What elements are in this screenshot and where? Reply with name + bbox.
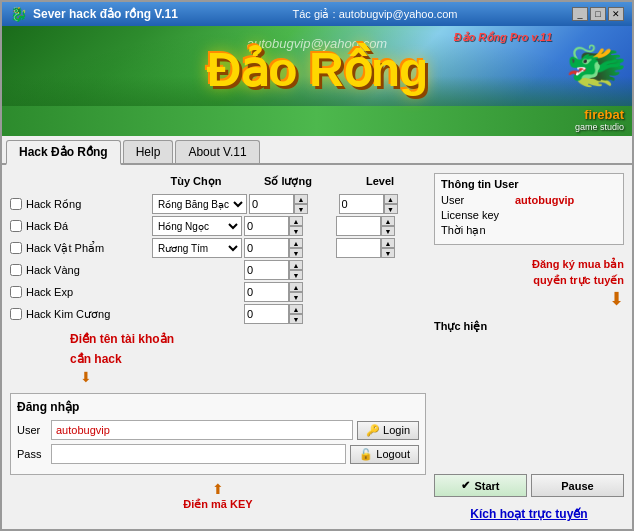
table-row: Hack Kim Cương ▲▼ (10, 304, 426, 324)
annotation-text2: cần hack (70, 352, 122, 368)
hack-vang-label: Hack Vàng (10, 264, 150, 276)
login-section: Đăng nhập User 🔑 Login Pass 🔓 Logout (10, 393, 426, 475)
dragon-icon: 🐲 (565, 36, 627, 94)
activate-link[interactable]: Kích hoạt trực tuyến (434, 507, 624, 521)
hack-vat-pham-label: Hack Vật Phẩm (10, 242, 150, 255)
window-controls: _ □ ✕ (572, 7, 624, 21)
down[interactable]: ▼ (289, 314, 303, 324)
level-down[interactable]: ▼ (384, 204, 398, 214)
tab-bar: Hack Đảo Rồng Help About V.11 (2, 136, 632, 165)
hack-vat-pham-checkbox[interactable] (10, 242, 22, 254)
hack-rong-level-spin: ▲ ▼ (384, 194, 398, 214)
user-info-box: Thông tin User User autobugvip License k… (434, 173, 624, 245)
annotation-key-text: Điền mã KEY (183, 497, 252, 511)
down[interactable]: ▼ (381, 226, 395, 236)
table-row: Hack Vật Phẩm Rương Tím ▲▼ ▲▼ (10, 238, 426, 258)
firebat-name: firebat (575, 107, 624, 122)
hack-da-qty-wrap: ▲▼ (244, 216, 334, 236)
table-header: Tùy Chọn Số lượng Level (10, 173, 426, 190)
hack-rong-level[interactable] (339, 194, 384, 214)
hack-kim-cuong-qty-wrap: ▲▼ (244, 304, 334, 324)
table-row: Hack Rồng Rồng Băng Bạc ▲ ▼ (10, 194, 426, 214)
close-button[interactable]: ✕ (608, 7, 624, 21)
hack-vat-pham-level[interactable] (336, 238, 381, 258)
pass-input[interactable] (51, 444, 346, 464)
info-user-label: User (441, 194, 511, 206)
hack-vat-pham-level-wrap: ▲▼ (336, 238, 426, 258)
tab-help[interactable]: Help (123, 140, 174, 163)
firebat-sub: game studio (575, 122, 624, 132)
left-panel: Tùy Chọn Số lượng Level Hack Rồng Rồng B… (10, 173, 426, 521)
up[interactable]: ▲ (289, 260, 303, 270)
minimize-button[interactable]: _ (572, 7, 588, 21)
hack-kim-cuong-label: Hack Kim Cương (10, 308, 150, 321)
tab-hack-dao-rong[interactable]: Hack Đảo Rồng (6, 140, 121, 165)
hack-rong-select[interactable]: Rồng Băng Bạc (152, 194, 247, 214)
hack-da-qty[interactable] (244, 216, 289, 236)
down-arrow2-icon: ⬇ (609, 288, 624, 310)
hack-vang-qty-wrap: ▲▼ (244, 260, 334, 280)
level-up[interactable]: ▲ (384, 194, 398, 204)
table-row: Hack Đá Hồng Ngọc ▲▼ ▲▼ (10, 216, 426, 236)
banner: autobugvip@yahoo.com Đảo Rồng Đảo Rồng P… (2, 26, 632, 136)
info-user-row: User autobugvip (441, 194, 617, 206)
hack-da-checkbox[interactable] (10, 220, 22, 232)
down[interactable]: ▼ (289, 248, 303, 258)
hack-da-level-wrap: ▲▼ (336, 216, 426, 236)
login-user-row: User 🔑 Login (17, 420, 419, 440)
up[interactable]: ▲ (289, 304, 303, 314)
up[interactable]: ▲ (289, 216, 303, 226)
up[interactable]: ▲ (381, 216, 395, 226)
user-input[interactable] (51, 420, 353, 440)
start-button[interactable]: ✔ Start (434, 474, 527, 497)
tab-about[interactable]: About V.11 (175, 140, 259, 163)
down-arrow-icon: ⬇ (80, 369, 92, 385)
info-expire-label: Thời hạn (441, 224, 511, 237)
pause-button[interactable]: Pause (531, 474, 624, 497)
info-license-label: License key (441, 209, 511, 221)
hack-exp-checkbox[interactable] (10, 286, 22, 298)
hack-kim-cuong-qty[interactable] (244, 304, 289, 324)
banner-pro-label: Đảo Rồng Pro v.11 (454, 31, 552, 44)
hack-rong-qty-spin: ▲ ▼ (294, 194, 308, 214)
down[interactable]: ▼ (289, 226, 303, 236)
hack-vang-qty[interactable] (244, 260, 289, 280)
user-info-title: Thông tin User (441, 178, 617, 190)
login-title: Đăng nhập (17, 400, 419, 414)
up[interactable]: ▲ (289, 238, 303, 248)
hack-da-level[interactable] (336, 216, 381, 236)
col-label (10, 175, 150, 188)
info-license-row: License key (441, 209, 617, 221)
qty-up[interactable]: ▲ (294, 194, 308, 204)
key-icon: 🔑 (366, 424, 380, 437)
main-content: Tùy Chọn Số lượng Level Hack Rồng Rồng B… (2, 165, 632, 529)
hack-kim-cuong-checkbox[interactable] (10, 308, 22, 320)
hack-exp-qty[interactable] (244, 282, 289, 302)
hack-vat-pham-qty[interactable] (244, 238, 289, 258)
down[interactable]: ▼ (381, 248, 395, 258)
hack-rong-checkbox[interactable] (10, 198, 22, 210)
user-label: User (17, 424, 47, 436)
hack-vat-pham-select[interactable]: Rương Tím (152, 238, 242, 258)
hack-rong-qty[interactable] (249, 194, 294, 214)
logout-button[interactable]: 🔓 Logout (350, 445, 419, 464)
author-label: Tác giả : autobugvip@yahoo.com (293, 8, 458, 21)
hack-da-label: Hack Đá (10, 220, 150, 232)
maximize-button[interactable]: □ (590, 7, 606, 21)
window-title: Sever hack đảo rồng V.11 (33, 7, 178, 21)
check-icon: ✔ (461, 479, 470, 492)
up[interactable]: ▲ (289, 282, 303, 292)
annotation-dang-ky-text1: Đăng ký mua bản (532, 257, 624, 271)
annotation-dien-key: ⬆ Điền mã KEY (10, 481, 426, 511)
qty-down[interactable]: ▼ (294, 204, 308, 214)
table-row: Hack Vàng ▲▼ (10, 260, 426, 280)
down[interactable]: ▼ (289, 292, 303, 302)
annotation-dang-ky-text2: quyền trực tuyến (533, 273, 624, 287)
hack-rong-label: Hack Rồng (10, 198, 150, 211)
login-button[interactable]: 🔑 Login (357, 421, 419, 440)
hack-da-select[interactable]: Hồng Ngọc (152, 216, 242, 236)
up[interactable]: ▲ (381, 238, 395, 248)
down[interactable]: ▼ (289, 270, 303, 280)
hack-vang-checkbox[interactable] (10, 264, 22, 276)
up-arrow-icon: ⬆ (212, 481, 224, 497)
